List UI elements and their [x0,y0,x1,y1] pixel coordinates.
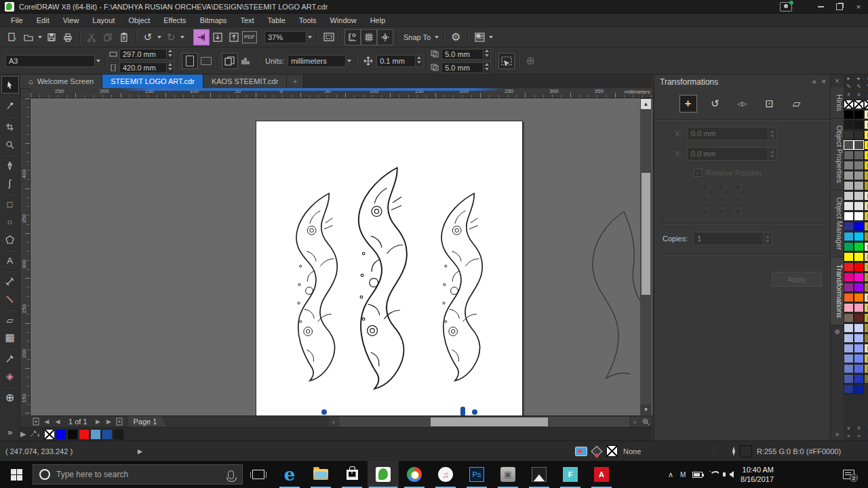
snap-to-label[interactable]: Snap To [401,33,433,41]
outline-color-swatch[interactable] [740,445,752,458]
color-swatch[interactable] [844,181,854,190]
import-icon[interactable] [193,29,210,45]
menu-item[interactable]: Object [121,14,157,26]
color-swatch[interactable] [864,222,868,231]
text-tool[interactable]: A [1,251,19,269]
scroll-up-button[interactable]: ▲ [641,99,651,109]
color-swatch[interactable] [844,100,854,109]
color-swatch[interactable] [864,272,868,282]
color-swatch[interactable] [854,171,864,180]
color-swatch[interactable] [844,130,854,140]
copies-spinner[interactable] [764,232,772,245]
outline-pen-icon[interactable] [732,447,735,456]
docker-collapse-icon[interactable]: » [812,77,816,85]
polygon-tool[interactable] [1,230,19,248]
export-icon[interactable] [210,29,226,45]
last-page-button[interactable]: ▶ [104,417,115,427]
zoom-tool[interactable] [1,136,19,153]
page-1-tab[interactable]: Page 1 [128,416,167,427]
all-pages-icon[interactable] [222,53,238,69]
treat-as-filled-icon[interactable] [498,53,515,69]
page-size-preset[interactable]: A3 [5,55,102,67]
taskbar-chrome[interactable] [399,461,430,488]
show-rulers-icon[interactable] [344,29,361,45]
position-transform-icon[interactable]: + [679,95,697,113]
menu-item[interactable]: Effects [157,14,193,26]
color-swatch[interactable] [864,354,868,363]
vertical-ruler[interactable]: 400350300250200150100 [20,98,31,415]
color-swatch[interactable] [844,150,854,160]
show-guidelines-icon[interactable] [377,29,393,45]
color-swatch[interactable] [864,232,868,241]
docker-close-icon[interactable]: × [822,77,826,85]
docker-tab-object-manager[interactable]: Object Manager [831,190,844,258]
page-height-field[interactable]: 420.0 mm [119,62,167,73]
tray-m-icon[interactable]: M [680,471,686,479]
palette-flyout-icon[interactable]: ▸ [847,75,850,83]
fullscreen-preview-icon[interactable] [321,29,337,45]
canvas-zoom-corner-button[interactable] [640,417,651,427]
close-button[interactable]: × [849,0,868,13]
menu-item[interactable]: Layout [85,14,121,26]
color-swatch[interactable] [854,333,864,343]
coords-flyout-icon[interactable]: ▶ [138,448,142,455]
paste-icon[interactable] [116,29,132,45]
color-swatch[interactable] [864,140,868,150]
color-swatch[interactable] [854,100,864,109]
menu-item[interactable]: View [56,14,86,26]
publish-pdf-icon[interactable]: PDF [242,31,257,43]
color-swatch[interactable] [864,313,868,323]
color-swatch[interactable] [844,374,854,384]
taskbar-f-app[interactable]: F [555,461,586,488]
color-swatch[interactable] [844,293,854,302]
nudge-spinner[interactable] [416,55,423,67]
color-swatch[interactable] [844,323,854,333]
toolbox-flyout-button[interactable]: » [1,423,19,441]
color-swatch[interactable] [854,323,864,333]
duplicate-x-field[interactable]: 5.0 mm [441,49,484,60]
hscroll-left-button[interactable]: ‹ [329,417,338,427]
redo-caret[interactable] [180,36,184,41]
notification-center-icon[interactable]: 2 [843,470,854,479]
color-swatch[interactable] [864,262,868,272]
app-launcher-icon[interactable] [471,29,488,45]
menu-item[interactable]: Text [233,14,260,26]
palette-eyedropper-icon[interactable]: ✎ [846,83,851,91]
palette-flyout-icon[interactable]: ▸ [857,75,860,83]
color-swatch[interactable] [844,161,854,170]
add-tool-button[interactable]: ⊕ [1,388,19,406]
portrait-icon[interactable] [182,53,198,69]
doc-palette-eyedropper-icon[interactable] [30,430,37,439]
duplicate-y-spinner[interactable] [484,62,491,74]
color-swatch[interactable] [864,364,868,373]
color-swatch[interactable] [844,384,854,394]
menu-item[interactable]: Bitmaps [193,14,234,26]
rotate-transform-icon[interactable]: ↺ [707,95,724,113]
horizontal-scrollbar-thumb[interactable] [431,418,548,426]
taskbar-movie-app[interactable]: ▣ [492,461,524,488]
document-color-swatch[interactable] [102,429,113,440]
add-page-start-icon[interactable] [31,417,41,427]
horizontal-scrollbar[interactable] [339,417,629,427]
color-swatch[interactable] [864,191,868,201]
color-swatch[interactable] [864,242,868,251]
color-swatch[interactable] [844,222,854,231]
taskbar-store[interactable] [336,461,368,488]
color-swatch[interactable] [854,344,864,353]
interactive-fill-tool[interactable]: ◈ [1,367,19,385]
loose-curve-object[interactable] [585,203,649,400]
color-swatch[interactable] [854,191,864,201]
vertical-scrollbar-thumb[interactable] [642,173,650,295]
open-icon[interactable] [20,29,37,45]
color-swatch[interactable] [854,120,864,129]
show-grid-icon[interactable] [361,29,377,45]
color-swatch[interactable] [844,354,854,363]
skew-transform-icon[interactable]: ▱ [788,95,806,113]
color-swatch[interactable] [864,110,868,119]
color-swatch[interactable] [854,384,864,394]
color-swatch[interactable] [864,120,868,129]
save-icon[interactable] [43,29,60,45]
current-page-icon[interactable] [238,53,254,69]
menu-item[interactable]: Help [363,14,393,26]
palette-expand-icon[interactable]: » [847,432,850,441]
